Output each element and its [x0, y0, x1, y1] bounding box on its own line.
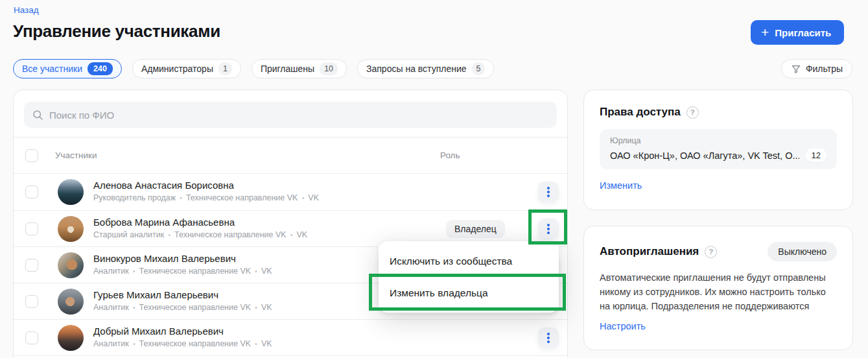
- row-menu-button[interactable]: [538, 328, 559, 348]
- table-header: Участники Роль: [14, 137, 567, 173]
- member-meta: Руководитель продаж•Техническое направле…: [93, 193, 319, 202]
- row-checkbox[interactable]: [25, 295, 38, 308]
- bullet-separator: •: [180, 194, 182, 202]
- auto-invites-description: Автоматические приглашения не будут отпр…: [600, 270, 837, 313]
- filters-button[interactable]: Фильтры: [781, 59, 852, 78]
- bullet-separator: •: [133, 304, 135, 311]
- tab-3[interactable]: Приглашены 10: [252, 59, 347, 78]
- bullet-separator: •: [168, 231, 170, 239]
- invite-button[interactable]: + Пригласить: [751, 20, 844, 45]
- bullet-separator: •: [255, 267, 257, 275]
- tab-label: Администраторы: [141, 64, 213, 74]
- bullet-separator: •: [255, 304, 257, 311]
- tab-count-badge: 240: [88, 62, 113, 75]
- auto-invites-title: Автоприглашения: [600, 245, 699, 258]
- tab-1[interactable]: Все участники 240: [13, 59, 122, 78]
- avatar: [58, 179, 84, 205]
- tab-4[interactable]: Запросы на вступление 5: [357, 59, 494, 78]
- row-checkbox[interactable]: [25, 259, 38, 272]
- row-checkbox[interactable]: [25, 331, 38, 344]
- bullet-separator: •: [290, 231, 293, 239]
- tab-label: Приглашены: [261, 64, 314, 74]
- avatar: [58, 325, 84, 351]
- bullet-separator: •: [301, 194, 304, 202]
- tab-count-badge: 1: [218, 62, 232, 75]
- context-menu-item[interactable]: Изменить владельца: [379, 277, 559, 309]
- filter-icon: [791, 64, 801, 74]
- search-icon: [32, 110, 43, 121]
- legal-entities-count: 12: [806, 149, 827, 162]
- member-meta: Старший аналитик•Техническое направление…: [93, 230, 307, 239]
- edit-link[interactable]: Изменить: [600, 180, 642, 191]
- access-rights-title: Права доступа: [600, 106, 681, 119]
- tab-2[interactable]: Администраторы 1: [132, 59, 241, 78]
- avatar: [58, 252, 84, 278]
- plus-icon: +: [761, 25, 769, 39]
- tab-count-badge: 5: [472, 62, 486, 75]
- page-title: Управление участниками: [13, 21, 220, 42]
- column-role: Роль: [440, 150, 460, 160]
- help-icon[interactable]: ?: [686, 106, 699, 119]
- field-label: Юрлица: [610, 136, 827, 145]
- member-name: Винокуров Михаил Валерьевич: [93, 253, 236, 264]
- tab-label: Запросы на вступление: [366, 64, 466, 74]
- context-menu-item[interactable]: Исключить из сообщества: [379, 245, 559, 277]
- row-checkbox[interactable]: [25, 185, 38, 198]
- member-name: Аленова Анастасия Борисовна: [93, 180, 234, 191]
- member-row: Добрый Михаил Валерьевич Аналитик•Технич…: [14, 319, 567, 355]
- avatar: [58, 289, 84, 315]
- auto-invites-card: Автоприглашения ? Выключено Автоматическ…: [583, 226, 853, 350]
- legal-entities-field: Юрлица ОАО «Крон-Ц», ОАО «Лагута», VK Te…: [600, 129, 837, 169]
- row-checkbox[interactable]: [25, 222, 38, 235]
- member-meta: Аналитик•Техническое направление VK•VK: [93, 303, 272, 312]
- tab-count-badge: 10: [320, 62, 338, 75]
- row-menu-button[interactable]: [538, 182, 559, 202]
- member-meta: Аналитик•Техническое направление VK•VK: [93, 267, 272, 276]
- member-name: Боброва Марина Афанасьевна: [93, 217, 235, 228]
- configure-link[interactable]: Настроить: [600, 321, 646, 331]
- help-icon[interactable]: ?: [705, 246, 717, 258]
- tab-label: Все участники: [22, 64, 82, 74]
- row-menu-button[interactable]: [538, 219, 559, 239]
- members-panel: Участники Роль Аленова Анастасия Борисов…: [13, 90, 568, 358]
- bullet-separator: •: [255, 340, 257, 348]
- search-input[interactable]: [49, 110, 548, 121]
- member-name: Гурьев Михаил Валерьевич: [93, 289, 218, 300]
- bullet-separator: •: [133, 267, 135, 275]
- select-all-checkbox[interactable]: [25, 149, 38, 162]
- member-meta: Аналитик•Техническое направление VK•VK: [93, 339, 272, 348]
- member-name: Добрый Михаил Валерьевич: [93, 326, 224, 337]
- legal-entities-value: ОАО «Крон-Ц», ОАО «Лагута», VK Test, О..…: [610, 150, 799, 161]
- context-menu: Исключить из сообщества Изменить владель…: [379, 241, 559, 313]
- member-row: Аленова Анастасия Борисовна Руководитель…: [14, 174, 567, 210]
- status-badge: Выключено: [768, 242, 837, 261]
- back-link[interactable]: Назад: [14, 5, 39, 15]
- search-field: [24, 102, 557, 128]
- tabs-row: Все участники 240 Администраторы 1 Пригл…: [13, 59, 494, 78]
- role-badge: Владелец: [446, 220, 505, 238]
- avatar: [58, 216, 84, 242]
- bullet-separator: •: [133, 340, 135, 348]
- column-members: Участники: [55, 150, 97, 160]
- access-rights-card: Права доступа ? Юрлица ОАО «Крон-Ц», ОАО…: [583, 90, 853, 210]
